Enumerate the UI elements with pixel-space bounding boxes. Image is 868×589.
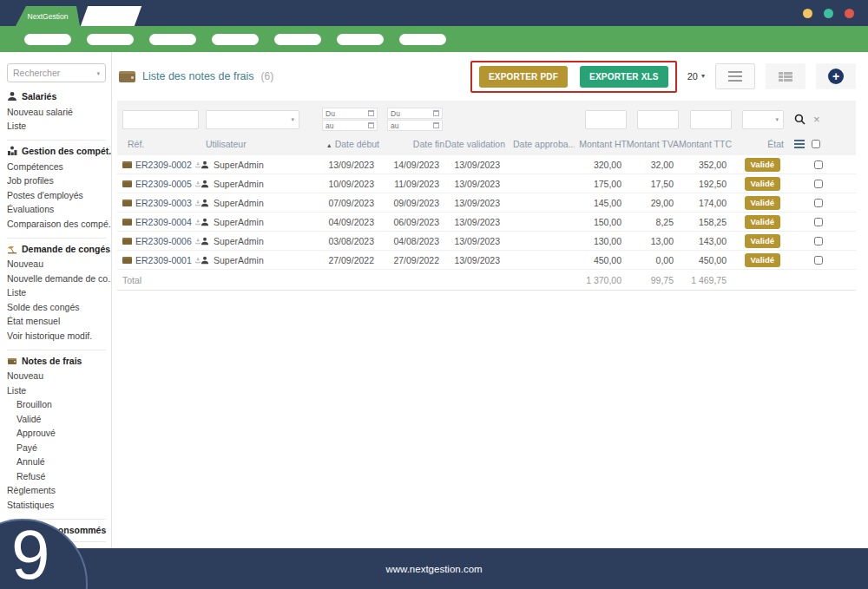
sidebar-item-reglements[interactable]: Règlements bbox=[7, 484, 106, 499]
filter-montant-tva-input[interactable] bbox=[637, 110, 679, 129]
ref-link[interactable]: ER2309-0006 bbox=[135, 236, 192, 246]
table-row[interactable]: ER2309-0002 SuperAdmin 13/09/2023 14/09/… bbox=[117, 155, 856, 174]
user-icon bbox=[201, 237, 209, 245]
sidebar-item-solde-conges[interactable]: Solde des congés bbox=[7, 300, 106, 315]
sidebar-item-frais-approuve[interactable]: Approuvé bbox=[7, 427, 106, 442]
sidebar-search-select[interactable]: Rechercher ▾ bbox=[7, 63, 106, 82]
sidebar-item-evaluations[interactable]: Évaluations bbox=[7, 203, 106, 218]
date-debut-from-input[interactable] bbox=[326, 109, 360, 118]
close-dot-icon[interactable] bbox=[845, 9, 854, 18]
sidebar: Rechercher ▾ Salariés Nouveau salarié Li… bbox=[0, 52, 112, 548]
total-tva: 99,75 bbox=[651, 275, 675, 285]
row-checkbox[interactable] bbox=[814, 199, 823, 207]
col-date-approbation[interactable]: Date approba... bbox=[507, 139, 575, 149]
row-checkbox[interactable] bbox=[814, 160, 823, 169]
row-checkbox[interactable] bbox=[814, 256, 823, 265]
sidebar-item-frais-annule[interactable]: Annulé bbox=[7, 455, 106, 470]
col-montant-ttc[interactable]: Montant TTC bbox=[679, 139, 733, 149]
col-date-debut[interactable]: ▲Date début bbox=[326, 139, 381, 149]
list-icon[interactable] bbox=[794, 140, 805, 148]
table-header-row: Réf. Utilisateur ▲Date début Date fin Da… bbox=[122, 131, 856, 155]
calendar-icon[interactable] bbox=[433, 110, 439, 116]
export-pdf-button[interactable]: EXPORTER PDF bbox=[479, 66, 568, 88]
ref-link[interactable]: ER2309-0004 bbox=[135, 217, 192, 227]
table-row[interactable]: ER2309-0001 SuperAdmin 27/09/2022 27/09/… bbox=[117, 251, 856, 270]
date-debut-to-input[interactable] bbox=[326, 121, 360, 130]
plus-icon: + bbox=[828, 69, 844, 84]
ref-link[interactable]: ER2309-0002 bbox=[135, 160, 192, 170]
sidebar-item-nouvelle-demande[interactable]: Nouvelle demande de co... bbox=[7, 272, 106, 286]
sidebar-item-competences[interactable]: Compétences bbox=[7, 160, 106, 174]
status-badge: Validé bbox=[745, 253, 780, 267]
sidebar-item-conges-liste[interactable]: Liste bbox=[7, 286, 106, 301]
nav-pill[interactable] bbox=[337, 34, 384, 45]
sidebar-item-nouveau-salarie[interactable]: Nouveau salarié bbox=[7, 105, 106, 120]
col-montant-tva[interactable]: Montant TVA bbox=[627, 139, 681, 149]
table-row[interactable]: ER2309-0004 SuperAdmin 04/09/2023 06/09/… bbox=[117, 213, 856, 232]
col-date-fin[interactable]: Date fin bbox=[413, 139, 446, 149]
row-checkbox[interactable] bbox=[814, 180, 823, 188]
nav-pill[interactable] bbox=[24, 34, 71, 45]
sidebar-item-postes-employes[interactable]: Postes d'employés bbox=[7, 188, 106, 203]
sidebar-item-frais-brouillon[interactable]: Brouillon bbox=[7, 398, 106, 413]
grid-view-button[interactable] bbox=[766, 63, 806, 89]
page-size-select[interactable]: 20 ▾ bbox=[687, 71, 705, 82]
col-montant-ht[interactable]: Montant HT bbox=[579, 139, 628, 149]
filter-date-debut-range bbox=[322, 108, 378, 131]
col-etat[interactable]: État bbox=[767, 139, 786, 149]
sidebar-section-gestion-competences: Gestion des compét... bbox=[7, 146, 106, 156]
ref-link[interactable]: ER2309-0003 bbox=[135, 198, 192, 208]
date-fin-to-input[interactable] bbox=[391, 121, 425, 130]
minimize-dot-icon[interactable] bbox=[803, 9, 812, 18]
sidebar-item-liste-salaries[interactable]: Liste bbox=[7, 120, 106, 134]
row-checkbox[interactable] bbox=[814, 218, 823, 226]
table-row[interactable]: ER2309-0003 SuperAdmin 07/09/2023 09/09/… bbox=[117, 193, 856, 213]
nav-pill[interactable] bbox=[212, 34, 259, 45]
col-date-validation[interactable]: Date validation bbox=[445, 139, 507, 149]
sidebar-item-historique-modif[interactable]: Voir historique modif. bbox=[7, 329, 106, 344]
export-xls-button[interactable]: EXPORTER XLS bbox=[580, 66, 668, 88]
sidebar-item-conges-nouveau[interactable]: Nouveau bbox=[7, 258, 106, 272]
row-checkbox[interactable] bbox=[814, 237, 823, 245]
filter-montant-ht-input[interactable] bbox=[585, 110, 627, 129]
nav-pill[interactable] bbox=[87, 34, 134, 45]
sidebar-item-etat-mensuel[interactable]: État mensuel bbox=[7, 315, 106, 330]
sidebar-item-frais-nouveau[interactable]: Nouveau bbox=[7, 370, 106, 384]
clear-filters-icon[interactable]: × bbox=[813, 114, 820, 125]
nav-pill[interactable] bbox=[149, 34, 196, 45]
ref-link[interactable]: ER2309-0001 bbox=[135, 255, 192, 265]
add-button[interactable]: + bbox=[816, 63, 856, 89]
sidebar-item-comparaison[interactable]: Comparaison des compé... bbox=[7, 217, 106, 232]
filter-etat-select[interactable]: ▾ bbox=[742, 110, 784, 129]
brand-tab[interactable]: NextGestion bbox=[16, 6, 80, 26]
search-icon[interactable] bbox=[794, 114, 806, 125]
wallet-icon bbox=[7, 356, 17, 366]
status-badge: Validé bbox=[745, 215, 780, 229]
sidebar-item-frais-refuse[interactable]: Refusé bbox=[7, 469, 106, 484]
filter-ref-input[interactable] bbox=[122, 110, 199, 129]
calendar-icon[interactable] bbox=[433, 122, 439, 128]
nav-pill[interactable] bbox=[399, 34, 446, 45]
sidebar-item-statistiques[interactable]: Statistiques bbox=[7, 498, 106, 513]
table-row[interactable]: ER2309-0005 SuperAdmin 10/09/2023 11/09/… bbox=[117, 174, 856, 193]
ref-link[interactable]: ER2309-0005 bbox=[135, 179, 192, 189]
nav-pill[interactable] bbox=[274, 34, 321, 45]
date-fin-from-input[interactable] bbox=[391, 109, 425, 118]
table-row[interactable]: ER2309-0006 SuperAdmin 03/08/2023 04/08/… bbox=[117, 232, 856, 251]
sidebar-item-job-profiles[interactable]: Job profiles bbox=[7, 174, 106, 189]
col-utilisateur[interactable]: Utilisateur bbox=[206, 139, 306, 149]
filter-user-select[interactable]: ▾ bbox=[206, 110, 299, 129]
maximize-dot-icon[interactable] bbox=[824, 9, 833, 18]
list-view-button[interactable] bbox=[715, 63, 755, 89]
calendar-icon[interactable] bbox=[368, 110, 374, 116]
select-all-checkbox[interactable] bbox=[812, 140, 820, 148]
filter-montant-ttc-input[interactable] bbox=[690, 110, 732, 129]
calendar-icon[interactable] bbox=[368, 122, 374, 128]
sidebar-item-frais-paye[interactable]: Payé bbox=[7, 441, 106, 455]
filter-row: ▾ ▾ bbox=[122, 108, 856, 131]
wallet-icon bbox=[122, 161, 132, 168]
sidebar-item-frais-valide[interactable]: Validé bbox=[7, 412, 106, 427]
secondary-tab[interactable] bbox=[81, 6, 141, 26]
sidebar-item-frais-liste[interactable]: Liste bbox=[7, 383, 106, 398]
col-ref[interactable]: Réf. bbox=[122, 139, 206, 149]
